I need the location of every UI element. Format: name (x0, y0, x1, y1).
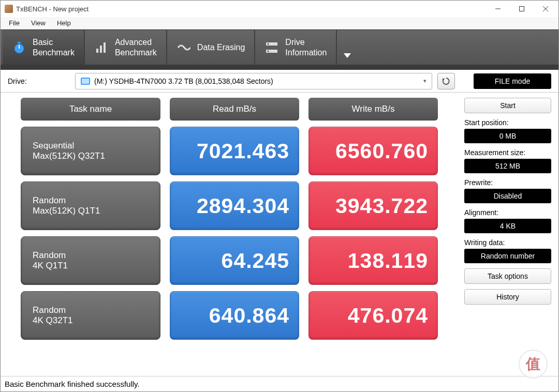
header-read: Read mB/s (170, 98, 299, 120)
svg-rect-9 (104, 42, 106, 53)
tab-data-erasing[interactable]: Data Erasing (167, 30, 256, 65)
content-area: Task name Read mB/s Write mB/s Sequentia… (1, 93, 558, 376)
task-cell[interactable]: Random4K Q1T1 (21, 236, 160, 285)
start-position-value[interactable]: 0 MB (464, 129, 551, 143)
result-row: Random4K Q32T1 640.864 476.074 (21, 291, 448, 340)
param-label: Alignment: (464, 208, 551, 217)
close-button[interactable] (534, 1, 557, 17)
write-value[interactable]: 476.074 (308, 291, 438, 340)
minimize-button[interactable] (486, 1, 510, 17)
write-value[interactable]: 3943.722 (308, 182, 438, 230)
svg-marker-14 (344, 53, 351, 58)
sidebar-panel: Start Start position: 0 MB Measurement s… (464, 98, 551, 374)
eraser-icon (176, 40, 191, 55)
app-window: TxBENCH - New project File View Help Bas… (0, 0, 559, 392)
chevron-down-icon: ▾ (423, 78, 426, 84)
write-value[interactable]: 6560.760 (308, 127, 438, 175)
results-panel: Task name Read mB/s Write mB/s Sequentia… (8, 98, 461, 374)
write-value[interactable]: 138.119 (308, 236, 438, 285)
refresh-button[interactable] (437, 73, 455, 89)
param-label: Start position: (464, 118, 551, 127)
read-value[interactable]: 7021.463 (170, 127, 299, 175)
stopwatch-icon (12, 40, 26, 55)
tab-label: Benchmark (115, 48, 157, 57)
maximize-button[interactable] (510, 1, 534, 17)
tab-label: Advanced (115, 38, 152, 47)
close-icon (543, 6, 548, 11)
prewrite-value[interactable]: Disabled (464, 189, 551, 203)
task-cell[interactable]: SequentialMax(512K) Q32T1 (21, 127, 160, 175)
menu-view[interactable]: View (26, 18, 51, 28)
drive-selected-text: (M:) YSDHB-4TN7000 3.72 TB (8,001,538,04… (94, 77, 273, 85)
read-value[interactable]: 64.245 (170, 236, 299, 285)
tab-label: Basic (33, 38, 53, 47)
writing-data-value[interactable]: Random number (464, 249, 551, 263)
task-cell[interactable]: RandomMax(512K) Q1T1 (21, 182, 160, 230)
drive-device-icon (81, 78, 90, 85)
window-title: TxBENCH - New project (16, 5, 89, 13)
svg-rect-8 (100, 46, 102, 53)
read-value[interactable]: 2894.304 (170, 182, 299, 230)
refresh-icon (442, 77, 451, 86)
read-value[interactable]: 640.864 (170, 291, 299, 340)
title-bar[interactable]: TxBENCH - New project (1, 1, 558, 17)
task-cell[interactable]: Random4K Q32T1 (21, 291, 160, 340)
svg-point-12 (268, 43, 269, 44)
task-options-button[interactable]: Task options (464, 268, 551, 284)
start-button[interactable]: Start (464, 98, 551, 113)
param-label: Prewrite: (464, 178, 551, 187)
tab-label: Information (285, 48, 327, 57)
header-write: Write mB/s (308, 98, 438, 120)
svg-point-13 (268, 50, 269, 52)
file-mode-toggle[interactable]: FILE mode (474, 73, 551, 89)
svg-rect-1 (520, 7, 524, 11)
chevron-down-icon (344, 53, 351, 58)
minimize-icon (495, 6, 501, 11)
menu-file[interactable]: File (4, 18, 25, 28)
tab-strip: BasicBenchmark AdvancedBenchmark Data Er… (1, 29, 558, 70)
header-task: Task name (21, 98, 160, 120)
app-icon (5, 5, 13, 13)
result-row: Random4K Q1T1 64.245 138.119 (21, 236, 448, 285)
drive-bar: Drive: (M:) YSDHB-4TN7000 3.72 TB (8,001… (1, 70, 558, 93)
measurement-size-value[interactable]: 512 MB (464, 159, 551, 173)
drive-icon (264, 40, 279, 55)
tab-advanced-benchmark[interactable]: AdvancedBenchmark (85, 30, 167, 65)
drive-select[interactable]: (M:) YSDHB-4TN7000 3.72 TB (8,001,538,04… (75, 73, 432, 89)
tab-drive-information[interactable]: DriveInformation (255, 30, 337, 65)
tab-label: Drive (285, 38, 304, 47)
status-text: Basic Benchmark finished successfully. (5, 380, 140, 388)
drive-label: Drive: (8, 77, 70, 85)
tab-more-button[interactable] (337, 30, 358, 65)
result-row: RandomMax(512K) Q1T1 2894.304 3943.722 (21, 182, 448, 230)
param-label: Measurement size: (464, 148, 551, 157)
result-row: SequentialMax(512K) Q32T1 7021.463 6560.… (21, 127, 448, 175)
bar-chart-icon (94, 40, 109, 55)
tab-basic-benchmark[interactable]: BasicBenchmark (3, 30, 85, 65)
alignment-value[interactable]: 4 KB (464, 219, 551, 233)
tab-label: Benchmark (33, 48, 75, 57)
svg-marker-15 (442, 78, 445, 81)
tab-label: Data Erasing (197, 43, 245, 52)
param-label: Writing data: (464, 238, 551, 247)
maximize-icon (519, 6, 524, 11)
status-bar: Basic Benchmark finished successfully. (1, 376, 558, 391)
menu-bar: File View Help (1, 17, 558, 29)
history-button[interactable]: History (464, 289, 551, 305)
svg-rect-5 (18, 42, 21, 43)
menu-help[interactable]: Help (52, 18, 76, 28)
svg-rect-7 (96, 49, 98, 53)
